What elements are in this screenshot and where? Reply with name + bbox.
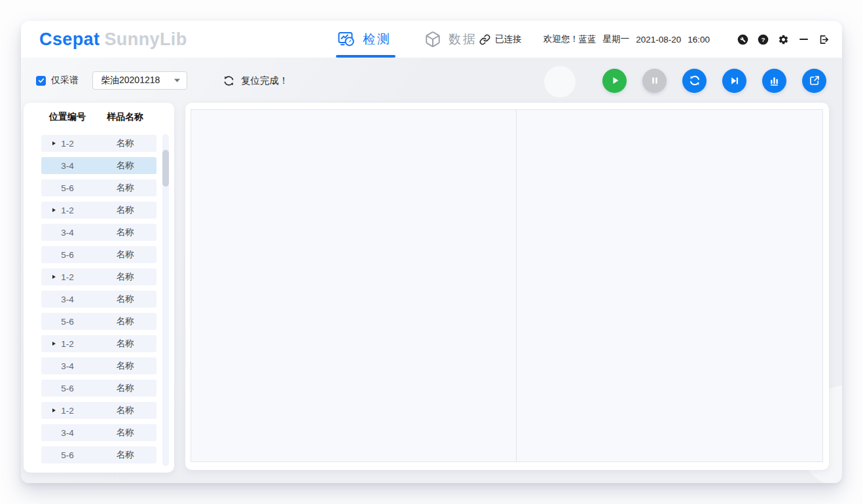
brand-suffix: SunnyLib [104,29,187,50]
sidebar-scrollbar-track[interactable] [162,134,169,466]
sample-name: 名称 [94,449,156,461]
sample-row[interactable]: 3-4 名称 [41,424,156,441]
help-icon[interactable]: ? [757,33,769,45]
sample-name: 名称 [94,427,156,439]
minimize-button[interactable] [798,33,809,45]
position-number: 5-6 [41,317,94,327]
position-number: 1-2 [41,406,94,416]
settings-gear-icon[interactable] [777,33,789,45]
chart-button[interactable] [762,69,786,93]
position-number: 5-6 [41,450,94,460]
position-number: 3-4 [41,295,94,304]
position-number: 3-4 [41,228,94,238]
position-number: 5-6 [41,384,94,393]
sample-row[interactable]: 5-6 名称 [41,446,156,463]
spectra-only-label: 仅采谱 [51,75,79,86]
plot-pane-left [191,110,517,461]
expand-arrow-icon [52,408,56,412]
play-icon [608,74,621,87]
play-button[interactable] [602,69,627,93]
sample-sidebar: 位置编号 样品名称 1-2 名称 3-4 名称 5-6 名称 1-2 名称 3-… [24,103,174,473]
window-body: 仅采谱 柴油20201218 [21,58,842,483]
position-number: 1-2 [41,206,94,215]
logout-icon [818,34,830,45]
date-text: 2021-08-20 [636,35,681,45]
logout-button[interactable] [818,33,830,45]
app-window: Csepat SunnyLib 检测 [21,21,842,483]
pause-button[interactable] [642,69,667,93]
export-button[interactable] [802,69,826,93]
tools-wrench-icon[interactable] [737,33,748,45]
export-icon [809,75,820,86]
expand-arrow-icon [52,275,56,279]
welcome-group: 欢迎您！蓝蓝 星期一 2021-08-20 16:00 [543,33,737,45]
plot-area [191,109,823,462]
sample-name: 名称 [94,382,156,394]
toolbar-left: 仅采谱 柴油20201218 [36,58,289,103]
sample-name: 名称 [94,249,156,261]
sample-name: 名称 [94,182,156,194]
expand-arrow-icon [52,141,56,145]
sidebar-scrollbar-thumb[interactable] [162,150,169,187]
connection-status: 已连接 [479,33,522,45]
position-number: 3-4 [41,361,94,371]
tab-detection[interactable]: 检测 [337,21,392,58]
main-tabs: 检测 数据 [337,21,477,58]
spectrum-panel [185,103,829,470]
sample-row[interactable]: 1-2 名称 [41,335,156,352]
sample-name: 名称 [94,204,156,216]
toolbar-actions [602,58,826,103]
position-number: 5-6 [41,250,94,260]
sample-select-dropdown[interactable]: 柴油20201218 [92,71,187,90]
spectra-only-checkbox[interactable] [36,76,46,86]
data-cube-icon [424,31,441,48]
sample-name: 名称 [94,271,156,283]
column-position: 位置编号 [41,111,94,123]
sync-button[interactable] [682,69,707,93]
sample-row[interactable]: 3-4 名称 [41,224,156,241]
pause-icon [649,75,661,86]
connection-label: 已连接 [495,33,522,45]
sample-row[interactable]: 5-6 名称 [41,313,156,330]
sample-row[interactable]: 1-2 名称 [41,135,156,152]
sample-row[interactable]: 1-2 名称 [41,402,156,419]
sample-row[interactable]: 5-6 名称 [41,380,156,397]
reset-status-message: 复位完成！ [241,75,289,87]
position-number: 5-6 [41,183,94,193]
bar-chart-icon [768,75,780,87]
position-number: 1-2 [41,139,94,149]
position-number: 3-4 [41,428,94,438]
weekday-text: 星期一 [603,33,630,45]
sample-name: 名称 [94,226,156,238]
sample-name: 名称 [94,137,156,149]
position-number: 1-2 [41,339,94,349]
skip-button[interactable] [722,69,746,93]
sample-row[interactable]: 3-4 名称 [41,291,156,308]
brand-name: Csepat [39,29,100,50]
sync-icon [688,74,701,87]
time-text: 16:00 [688,35,710,45]
sample-row[interactable]: 5-6 名称 [41,246,156,263]
sample-row[interactable]: 3-4 名称 [41,357,156,374]
sample-name: 名称 [94,405,156,416]
chevron-down-icon [174,79,180,82]
sample-row[interactable]: 5-6 名称 [41,179,156,196]
reset-icon[interactable] [223,75,235,87]
sample-row[interactable]: 3-4 名称 [41,157,156,174]
position-number: 1-2 [41,272,94,282]
window-controls: ? [737,33,830,45]
tab-data[interactable]: 数据 [424,21,477,58]
svg-text:?: ? [761,35,765,43]
column-sample-name: 样品名称 [94,111,156,123]
sample-name: 名称 [94,293,156,305]
sample-name: 名称 [94,338,156,350]
screen: Csepat SunnyLib 检测 [0,0,863,504]
sample-row[interactable]: 1-2 名称 [41,202,156,219]
plot-pane-right [517,110,822,461]
sample-row[interactable]: 1-2 名称 [41,268,156,285]
sample-name: 名称 [94,160,156,171]
header: Csepat SunnyLib 检测 [21,21,842,58]
decorative-circle [544,66,576,98]
sample-name: 名称 [94,360,156,372]
expand-arrow-icon [52,342,56,346]
